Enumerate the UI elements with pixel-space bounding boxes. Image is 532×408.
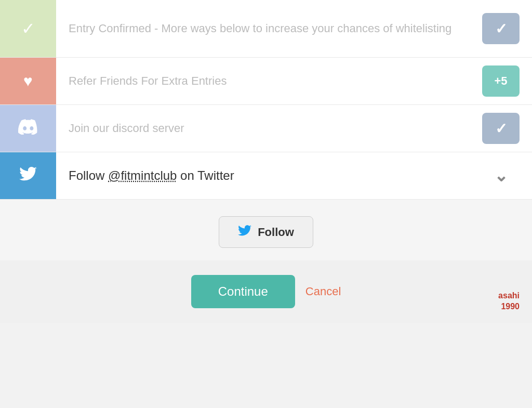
discord-check-button[interactable]: ✓ [482,113,520,144]
refer-plus5-button[interactable]: +5 [482,65,520,97]
entry-row-twitter[interactable]: Follow @fitmintclub on Twitter ⌄ [0,152,532,200]
heart-icon: ♥ [23,72,33,90]
discord-icon-bg [0,105,56,152]
follow-twitter-icon [238,224,251,240]
watermark: asahi 1990 [498,291,520,312]
continue-button[interactable]: Continue [191,275,295,308]
twitter-text: Follow @fitmintclub on Twitter [56,160,480,191]
twitter-on-twitter: on Twitter [177,168,234,182]
confirmed-check-icon: ✓ [495,20,507,37]
refer-text: Refer Friends For Extra Entries [56,66,480,96]
confirmed-icon-bg: ✓ [0,0,56,57]
refer-action: +5 [480,65,522,97]
twitter-chevron-button[interactable]: ⌄ [488,163,513,188]
cancel-button[interactable]: Cancel [305,285,341,298]
entry-row-discord: Join our discord server ✓ [0,105,532,152]
follow-twitter-button[interactable]: Follow [219,216,313,248]
entry-row-refer: ♥ Refer Friends For Extra Entries +5 [0,58,532,105]
discord-check-icon: ✓ [495,120,507,137]
confirmed-action: ✓ [480,13,522,44]
discord-text: Join our discord server [56,113,480,143]
discord-action: ✓ [480,113,522,144]
confirmed-check-button[interactable]: ✓ [482,13,520,44]
twitter-icon-bg [0,152,56,199]
twitter-follow-text: Follow [69,168,108,182]
chevron-down-icon: ⌄ [494,166,508,186]
entries-list: ✓ Entry Confirmed - More ways below to i… [0,0,532,200]
twitter-icon [19,167,37,185]
discord-icon [18,119,38,138]
confirmed-text: Entry Confirmed - More ways below to inc… [56,14,480,44]
twitter-handle: @fitmintclub [108,168,177,182]
follow-button-label: Follow [258,226,294,239]
watermark-line1: asahi [498,291,520,300]
page-container: ✓ Entry Confirmed - More ways below to i… [0,0,532,408]
entry-row-confirmed: ✓ Entry Confirmed - More ways below to i… [0,0,532,58]
bottom-bar: Continue Cancel asahi 1990 [0,260,532,323]
plus5-label: +5 [494,74,507,88]
twitter-action: ⌄ [480,163,522,188]
watermark-line2: 1990 [501,302,520,311]
follow-section: Follow [0,200,532,260]
checkmark-icon: ✓ [21,19,35,38]
refer-icon-bg: ♥ [0,58,56,104]
